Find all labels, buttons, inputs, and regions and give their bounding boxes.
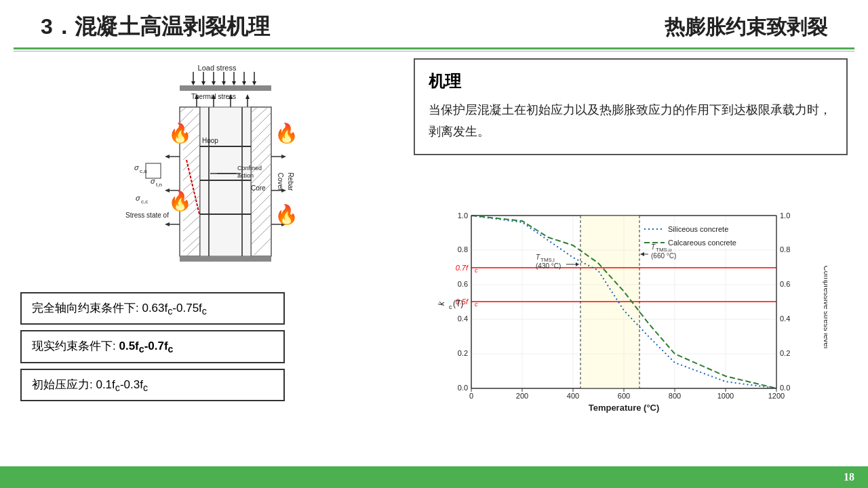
structural-diagram: Load stress [20,58,387,282]
stress-box-real: 现实约束条件下: 0.5fc-0.7fc [20,330,285,363]
svg-text:0.4: 0.4 [458,314,468,323]
main-content: Load stress [0,52,868,472]
svg-text:1000: 1000 [717,392,734,400]
svg-text:1.0: 1.0 [780,211,790,220]
svg-text:(660 °C): (660 °C) [651,252,676,260]
svg-text:1200: 1200 [768,392,785,400]
svg-line-51 [251,224,271,245]
flame-right-top: 🔥 [275,122,298,144]
svg-line-29 [183,165,200,180]
stress-box-full: 完全轴向约束条件下: 0.63fc-0.75fc [20,292,285,325]
stress-box-diagram [146,163,161,178]
svg-marker-61 [281,155,286,159]
x-ticks: 0 200 400 600 800 1000 1200 [469,392,785,400]
confined-label: Confined [237,165,262,171]
legend-siliceous: Siliceous concrete [668,225,728,233]
svg-text:0.6: 0.6 [780,280,790,288]
svg-line-28 [183,155,200,170]
svg-marker-7 [222,81,226,85]
svg-line-48 [251,194,271,214]
stress-boxes: 完全轴向约束条件下: 0.63fc-0.75fc 现实约束条件下: 0.5fc-… [20,292,400,401]
bottom-plate [180,256,271,262]
svg-text:c: c [475,301,478,308]
svg-marker-13 [252,81,256,85]
svg-text:400: 400 [567,392,579,400]
svg-text:1.0: 1.0 [458,211,468,220]
svg-marker-21 [245,94,250,99]
svg-line-41 [251,123,271,143]
svg-text:0.4: 0.4 [780,314,790,323]
sigma-cc-label: σ [136,194,140,202]
svg-line-35 [183,226,200,241]
y-left-label: k [437,301,446,306]
svg-line-42 [251,133,271,153]
svg-marker-11 [242,81,246,85]
legend-calcareous: Calcareous concrete [668,239,736,247]
rebar-label: Rebar [287,172,294,191]
svg-line-49 [251,204,271,224]
svg-text:0.2: 0.2 [458,349,468,357]
svg-line-52 [254,238,271,255]
svg-marker-9 [232,81,236,85]
core-label: Core [251,184,266,192]
hatch-cover-right [251,107,271,255]
stress-real-text: 现实约束条件下: 0.5fc-0.7fc [32,340,173,352]
svg-text:600: 600 [618,392,630,400]
header-title-right: 热膨胀约束致剥裂 [665,14,827,41]
ttmsl-label: T [536,253,540,261]
x-label: Temperature (°C) [589,403,660,413]
stress-full-text: 完全轴向约束条件下: 0.63fc-0.75fc [32,302,207,314]
svg-marker-59 [165,222,170,226]
diagram-area: Load stress [20,58,400,289]
svg-line-43 [251,143,271,163]
mechanism-box: 机理 当保护层混凝土在初始应力以及热膨胀致应力的作用下到达极限承载力时，剥离发生… [414,58,848,155]
svg-text:0.8: 0.8 [458,245,468,253]
svg-text:0.8: 0.8 [780,245,790,253]
right-panel: 机理 当保护层混凝土在初始应力以及热膨胀致应力的作用下到达极限承载力时，剥离发生… [414,58,848,465]
top-plate [180,85,271,91]
svg-text:200: 200 [516,392,528,400]
svg-marker-1 [191,81,195,85]
flame-right-bottom: 🔥 [275,203,298,226]
left-panel: Load stress [20,58,400,465]
svg-line-27 [183,144,200,160]
svg-text:c,c: c,c [141,199,148,205]
load-arrows [191,72,256,85]
flame-left-bottom: 🔥 [168,190,192,212]
svg-text:0.6: 0.6 [458,280,468,288]
svg-marker-5 [212,81,216,85]
slide: 3．混凝土高温剥裂机理 热膨胀约束致剥裂 Load stress [0,0,868,488]
stress-box-initial: 初始压应力: 0.1fc-0.3fc [20,369,285,401]
svg-marker-3 [201,81,205,85]
svg-line-40 [251,113,271,133]
y-ticks-right: 0.0 0.2 0.4 0.6 0.8 1.0 [780,211,790,392]
svg-line-22 [180,107,186,113]
load-stress-label: Load stress [198,64,237,72]
flame-left-top: 🔥 [168,122,192,144]
svg-line-37 [186,243,200,256]
y-right-label: Compressive stress level [823,266,827,348]
svg-text:0: 0 [469,392,473,400]
svg-text:0.2: 0.2 [780,349,790,357]
chart-container: 0.7f c 0.5f c T TMS,l (430 °C) [414,163,848,465]
ttmsu-label: T [651,243,656,251]
footer: 18 [0,466,868,488]
svg-line-36 [183,236,200,251]
temperature-chart: 0.7f c 0.5f c T TMS,l (430 °C) [434,209,827,419]
hoop-label: Hoop [202,137,218,144]
svg-line-34 [183,216,200,231]
svg-text:t,n: t,n [156,182,162,188]
mechanism-text: 当保护层混凝土在初始应力以及热膨胀致应力的作用下到达极限承载力时，剥离发生。 [429,99,833,143]
svg-text:(T): (T) [453,299,463,308]
svg-text:c,a: c,a [140,168,147,174]
svg-text:0.0: 0.0 [780,384,790,392]
divider-green [14,47,854,49]
svg-line-38 [251,107,258,113]
svg-text:c: c [475,267,478,274]
sigma-tn-label: σ [151,177,155,185]
stress-initial-text: 初始压应力: 0.1fc-0.3fc [32,378,148,391]
svg-text:0.0: 0.0 [458,384,468,392]
svg-line-39 [251,107,268,123]
svg-text:800: 800 [669,392,681,400]
svg-line-30 [183,175,200,190]
